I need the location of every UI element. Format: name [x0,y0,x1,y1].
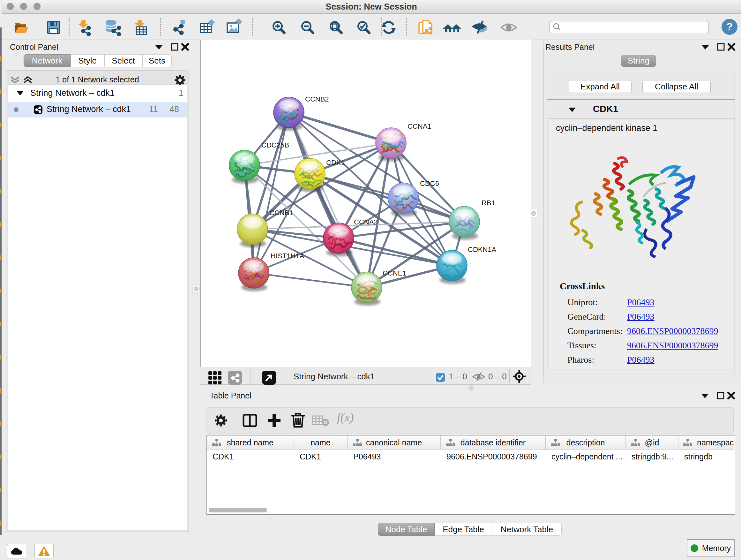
svg-text:CCNB1: CCNB1 [269,209,293,217]
svg-text:CCNB2: CCNB2 [305,95,329,103]
svg-text:CDC25B: CDC25B [261,141,289,149]
svg-text:CCNA1: CCNA1 [408,122,431,130]
svg-text:?: ? [726,20,733,33]
svg-text:CCNE1: CCNE1 [383,269,407,277]
svg-text:CDC6: CDC6 [420,179,439,187]
svg-text:CCNA2: CCNA2 [354,218,378,226]
svg-text:RB1: RB1 [482,199,495,207]
svg-text:CDK1: CDK1 [326,159,345,167]
svg-text:CDKN1A: CDKN1A [468,246,496,253]
svg-text:HIST1H1A: HIST1H1A [271,252,304,260]
